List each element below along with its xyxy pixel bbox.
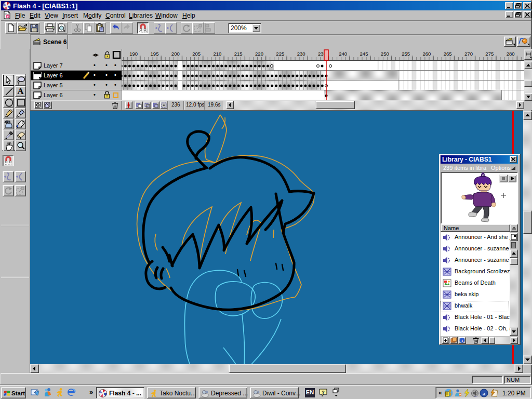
svg-text:280: 280 [507, 51, 515, 57]
svg-text:205: 205 [192, 51, 201, 57]
svg-text:190: 190 [129, 51, 138, 57]
svg-text:240: 240 [339, 51, 347, 57]
svg-text:195: 195 [151, 51, 159, 57]
svg-text:215: 215 [234, 51, 243, 57]
svg-text:230: 230 [297, 51, 305, 57]
svg-text:275: 275 [485, 51, 494, 57]
svg-text:255: 255 [402, 51, 410, 57]
svg-text:220: 220 [255, 51, 263, 57]
svg-text:245: 245 [360, 51, 368, 57]
svg-text:210: 210 [213, 51, 221, 57]
svg-text:a: a [483, 390, 486, 396]
svg-text:265: 265 [444, 51, 452, 57]
svg-text:?: ? [322, 390, 325, 395]
svg-text:260: 260 [422, 51, 431, 57]
svg-text:200: 200 [171, 51, 180, 57]
svg-text:270: 270 [464, 51, 473, 57]
svg-text:250: 250 [381, 51, 389, 57]
svg-text:225: 225 [276, 51, 284, 57]
